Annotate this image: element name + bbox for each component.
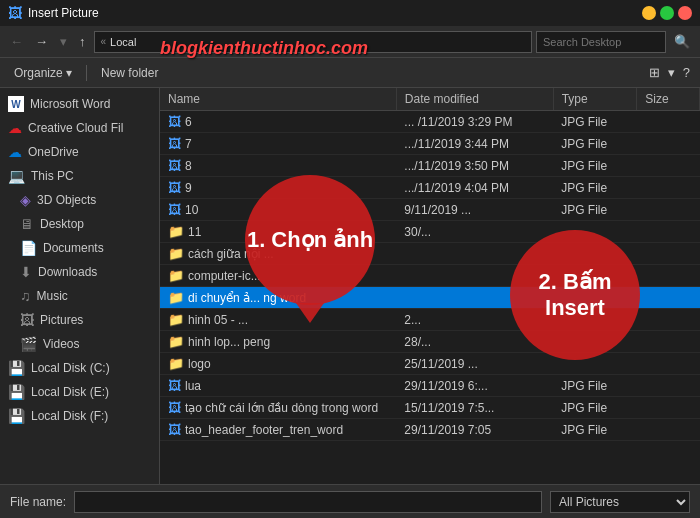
sidebar-item-onedrive[interactable]: ☁ OneDrive [0, 140, 159, 164]
col-header-date[interactable]: Date modified [396, 88, 553, 111]
table-row[interactable]: 🖼 tao_header_footer_tren_word 29/11/2019… [160, 419, 700, 441]
sidebar-label-downloads: Downloads [38, 265, 97, 279]
file-icon: 🖼 [168, 422, 181, 437]
sidebar-label-pictures: Pictures [40, 313, 83, 327]
table-row[interactable]: 📁 hinh 05 - ... 2... [160, 309, 700, 331]
file-size-cell [637, 309, 700, 331]
sidebar-item-desktop[interactable]: 🖥 Desktop [0, 212, 159, 236]
sidebar-item-videos[interactable]: 🎬 Videos [0, 332, 159, 356]
col-header-type[interactable]: Type [553, 88, 637, 111]
file-size-cell [637, 221, 700, 243]
minimize-button[interactable] [642, 6, 656, 20]
file-icon: 📁 [168, 246, 184, 261]
downloads-icon: ⬇ [20, 264, 32, 280]
sidebar-item-pictures[interactable]: 🖼 Pictures [0, 308, 159, 332]
recent-button[interactable]: ▾ [56, 32, 71, 51]
sidebar-label-documents: Documents [43, 241, 104, 255]
search-button[interactable]: 🔍 [670, 32, 694, 51]
sidebar-label-diskf: Local Disk (F:) [31, 409, 108, 423]
sidebar-item-word[interactable]: W Microsoft Word [0, 92, 159, 116]
table-row[interactable]: 🖼 tạo chữ cái lớn đầu dòng trong word 15… [160, 397, 700, 419]
sidebar-item-diskf[interactable]: 💾 Local Disk (F:) [0, 404, 159, 428]
col-header-name[interactable]: Name [160, 88, 396, 111]
file-type-cell: JPG File [553, 397, 637, 419]
file-name-cell: 📁 logo [168, 356, 388, 371]
file-size-cell [637, 199, 700, 221]
file-icon: 🖼 [168, 400, 181, 415]
table-row[interactable]: 📁 11 30/... [160, 221, 700, 243]
file-name-text: 9 [185, 181, 192, 195]
sidebar-label-music: Music [37, 289, 68, 303]
view-toggle-button[interactable]: ⊞ [647, 63, 662, 82]
sidebar-item-documents[interactable]: 📄 Documents [0, 236, 159, 260]
sidebar-item-3dobjects[interactable]: ◈ 3D Objects [0, 188, 159, 212]
table-row[interactable]: 🖼 6 ... /11/2019 3:29 PM JPG File [160, 111, 700, 133]
file-date-cell [396, 243, 553, 265]
file-icon: 📁 [168, 290, 184, 305]
sidebar-label-diskc: Local Disk (C:) [31, 361, 110, 375]
forward-button[interactable]: → [31, 32, 52, 51]
file-date-cell: 28/... [396, 331, 553, 353]
file-type-cell: JPG File [553, 375, 637, 397]
table-row[interactable]: 📁 computer-ic... [160, 265, 700, 287]
bottom-bar: File name: All Pictures Tools ▾ Insert ▾… [0, 484, 700, 518]
file-name-text: 10 [185, 203, 198, 217]
organize-button[interactable]: Organize ▾ [8, 64, 78, 82]
file-type-cell: JPG File [553, 419, 637, 441]
help-button[interactable]: ? [681, 63, 692, 82]
file-date-cell [396, 265, 553, 287]
table-row[interactable]: 🖼 8 .../11/2019 3:50 PM JPG File [160, 155, 700, 177]
file-type-cell [553, 353, 637, 375]
file-name-input[interactable] [74, 491, 542, 513]
new-folder-button[interactable]: New folder [95, 64, 164, 82]
file-size-cell [637, 287, 700, 309]
up-button[interactable]: ↑ [75, 32, 90, 51]
sidebar-item-thispc[interactable]: 💻 This PC [0, 164, 159, 188]
file-type-select[interactable]: All Pictures [550, 491, 690, 513]
close-button[interactable] [678, 6, 692, 20]
file-icon: 📁 [168, 224, 184, 239]
sidebar-item-diskc[interactable]: 💾 Local Disk (C:) [0, 356, 159, 380]
table-row[interactable]: 📁 cách giữa nội ... [160, 243, 700, 265]
file-size-cell [637, 243, 700, 265]
cc-icon: ☁ [8, 120, 22, 136]
file-icon: 🖼 [168, 378, 181, 393]
onedrive-icon: ☁ [8, 144, 22, 160]
sidebar-item-downloads[interactable]: ⬇ Downloads [0, 260, 159, 284]
table-row[interactable]: 📁 hinh lop... peng 28/... [160, 331, 700, 353]
file-date-cell: 2... [396, 309, 553, 331]
file-icon: 🖼 [168, 114, 181, 129]
table-row[interactable]: 📁 di chuyển ả... ng word [160, 287, 700, 309]
table-row[interactable]: 📁 logo 25/11/2019 ... [160, 353, 700, 375]
title-bar: 🖼 Insert Picture [0, 0, 700, 26]
search-input[interactable] [536, 31, 666, 53]
table-row[interactable]: 🖼 9 .../11/2019 4:04 PM JPG File [160, 177, 700, 199]
file-type-cell [553, 243, 637, 265]
col-header-size[interactable]: Size [637, 88, 700, 111]
action-bar: Organize ▾ New folder ⊞ ▾ ? [0, 58, 700, 88]
music-icon: ♫ [20, 288, 31, 304]
file-date-cell: .../11/2019 3:50 PM [396, 155, 553, 177]
diskf-icon: 💾 [8, 408, 25, 424]
address-bar[interactable]: « Local [94, 31, 533, 53]
table-row[interactable]: 🖼 lua 29/11/2019 6:... JPG File [160, 375, 700, 397]
file-name-cell: 🖼 7 [168, 136, 388, 151]
file-date-cell: 29/11/2019 7:05 [396, 419, 553, 441]
file-name-cell: 📁 cách giữa nội ... [168, 246, 388, 261]
diskc-icon: 💾 [8, 360, 25, 376]
sidebar-item-music[interactable]: ♫ Music [0, 284, 159, 308]
file-name-cell: 📁 di chuyển ả... ng word [168, 290, 388, 305]
back-button[interactable]: ← [6, 32, 27, 51]
title-icon: 🖼 [8, 5, 22, 21]
file-name-cell: 🖼 tao_header_footer_tren_word [168, 422, 388, 437]
sidebar-item-cc[interactable]: ☁ Creative Cloud Fil [0, 116, 159, 140]
sidebar-item-diske[interactable]: 💾 Local Disk (E:) [0, 380, 159, 404]
maximize-button[interactable] [660, 6, 674, 20]
file-type-cell [553, 221, 637, 243]
file-name-text: cách giữa nội ... [188, 247, 274, 261]
view-menu-button[interactable]: ▾ [666, 63, 677, 82]
table-row[interactable]: 🖼 10 9/11/2019 ... JPG File [160, 199, 700, 221]
desktop-icon: 🖥 [20, 216, 34, 232]
file-size-cell [637, 353, 700, 375]
table-row[interactable]: 🖼 7 .../11/2019 3:44 PM JPG File [160, 133, 700, 155]
